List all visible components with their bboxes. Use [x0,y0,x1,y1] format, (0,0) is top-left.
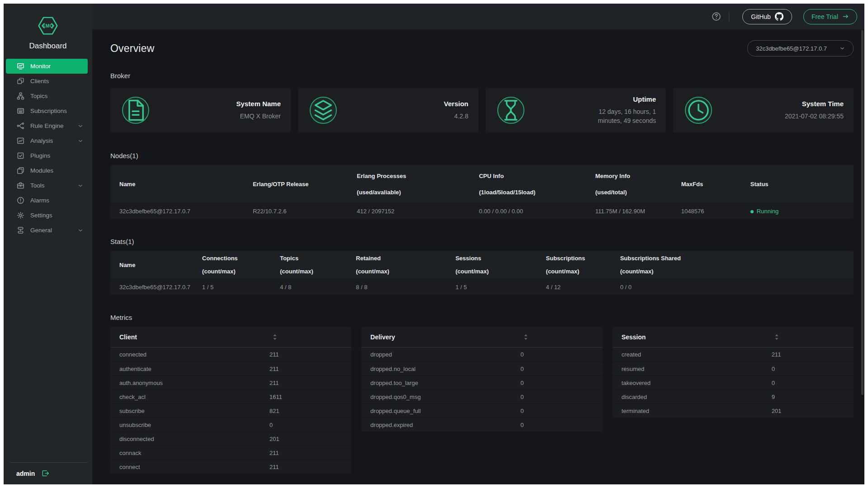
column-title: Erlang Processes [357,173,465,179]
metric-row: connected211 [110,347,351,361]
metric-name: dropped.qos0_msg [361,394,520,400]
metrics-section: Metrics Clientconnected211authenticate21… [110,314,854,474]
sidebar-item-clients[interactable]: Clients [6,74,88,89]
sidebar-item-plugins[interactable]: Plugins [6,148,88,163]
metric-name: dropped.queue_full [361,408,520,414]
column-header: Name [110,165,244,203]
sidebar-item-modules[interactable]: Modules [6,163,88,178]
sidebar-item-tools[interactable]: Tools [6,178,88,193]
table-cell: 1 / 5 [193,284,271,291]
alarms-icon [17,197,24,204]
sidebar-item-label: Subscriptions [30,108,67,114]
sidebar-item-general[interactable]: General [6,223,88,238]
metric-value: 9 [772,394,854,400]
chevron-down-icon [78,183,83,188]
sort-icon[interactable] [273,333,277,341]
column-header: Name [110,251,193,279]
logout-icon[interactable] [42,469,49,477]
status-text: Running [757,208,778,215]
free-trial-button[interactable]: Free Trial [803,9,857,24]
broker-card-text: System NameEMQ X Broker [236,100,281,121]
column-subtitle: (count/max) [202,268,266,275]
metric-name: dropped.expired [361,422,520,428]
nodes-section-title: Nodes(1) [110,152,854,160]
column-header: Sessions(count/max) [446,251,537,279]
metric-name: connect [110,464,269,470]
table-cell: 1 / 5 [446,284,537,291]
sidebar-item-analysis[interactable]: Analysis [6,133,88,148]
broker-card-value: EMQ X Broker [236,112,281,121]
clients-icon [17,77,24,85]
metric-row: unsubscribe0 [110,418,351,432]
emqx-logo[interactable]: EMQ [35,14,61,37]
broker-card: Version4.2.8 [298,88,478,133]
metric-value: 1611 [269,394,351,400]
broker-card-text: Uptime12 days, 16 hours, 1 minutes, 49 s… [577,95,656,126]
column-title: Retained [356,255,442,262]
status-dot [750,210,754,213]
metric-row: dropped.qos0_msg0 [361,389,602,404]
metrics-tables: Clientconnected211authenticate211auth.an… [110,327,854,474]
dashboard-title: Dashboard [4,42,92,51]
column-title: Topics [280,255,342,262]
column-title: Status [750,181,849,188]
topbar: GitHub Free Trial [92,4,864,29]
sidebar-item-monitor[interactable]: Monitor [6,59,88,74]
sidebar-item-alarms[interactable]: Alarms [6,193,88,208]
metric-row: discarded9 [613,389,854,404]
broker-card-value: 12 days, 16 hours, 1 minutes, 49 seconds [577,107,656,126]
sort-icon[interactable] [774,333,779,341]
metric-value: 211 [772,351,854,358]
column-header: Connections(count/max) [193,251,271,279]
metrics-section-title: Metrics [110,314,854,321]
column-header: Status [741,165,854,203]
metric-value: 0 [520,408,602,414]
metric-name: disconnected [110,436,269,442]
main-area: GitHub Free Trial Overview 32c3dbefbe65@… [92,4,864,484]
metric-value: 211 [269,380,351,386]
github-icon [775,12,783,21]
sidebar-item-label: Plugins [30,152,50,159]
chevron-down-icon [840,46,845,51]
column-header: Memory Info(used/total) [586,165,672,203]
scrollbar[interactable] [861,30,863,395]
column-title: Subscriptions [546,255,607,262]
column-title: Memory Info [595,173,668,179]
metrics-table-client: Clientconnected211authenticate211auth.an… [110,327,351,474]
broker-card-value: 2021-07-02 08:29:55 [785,112,844,121]
node-selector-dropdown[interactable]: 32c3dbefbe65@172.17.0.7 [747,40,854,56]
sidebar-item-settings[interactable]: Settings [6,208,88,223]
sidebar-item-topics[interactable]: Topics [6,89,88,103]
broker-card-title: System Name [236,100,281,108]
sidebar-item-rule-engine[interactable]: Rule Engine [6,118,88,133]
metric-name: created [613,351,772,358]
broker-card-text: System Time2021-07-02 08:29:55 [785,100,844,121]
metric-row: connack211 [110,446,351,460]
metric-value: 211 [269,351,351,358]
metric-value: 0 [520,380,602,386]
metric-row: subscribe821 [110,404,351,418]
sort-icon[interactable] [524,333,528,341]
column-title: Connections [202,255,266,262]
broker-card: System Time2021-07-02 08:29:55 [673,88,854,133]
github-button[interactable]: GitHub [742,9,792,24]
metric-name: auth.anonymous [110,380,269,386]
column-subtitle: (1load/5load/15load) [479,189,581,196]
metrics-table-title: Delivery [370,333,524,341]
broker-card: System NameEMQ X Broker [110,88,291,133]
help-icon[interactable] [712,12,721,21]
table-row: 32c3dbefbe65@172.17.0.7R22/10.7.2.6412 /… [110,203,854,219]
sidebar-item-label: Analysis [30,137,53,144]
metric-value: 0 [520,351,602,358]
logo-text: EMQ [42,23,53,28]
metric-value: 0 [772,380,854,386]
broker-card-title: System Time [785,100,844,108]
broker-card-title: Version [444,100,468,108]
sidebar-item-subscriptions[interactable]: Subscriptions [6,103,88,118]
metric-row: connect211 [110,460,351,474]
chevron-down-icon [78,228,83,233]
page-title: Overview [110,42,154,55]
table-header: NameConnections(count/max)Topics(count/m… [110,251,854,279]
column-header: MaxFds [672,165,741,203]
metric-row: terminated201 [613,404,854,418]
